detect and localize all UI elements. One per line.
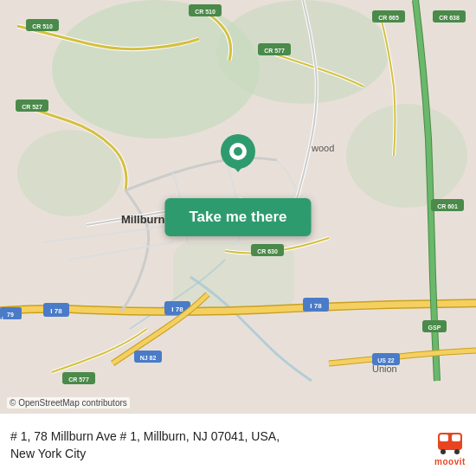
svg-point-50 <box>454 449 460 454</box>
info-bar: # 1, 78 Millburn Ave # 1, Millburn, NJ 0… <box>0 414 476 476</box>
svg-text:CR 510: CR 510 <box>32 23 53 29</box>
svg-text:CR 510: CR 510 <box>195 9 215 15</box>
svg-text:CR 577: CR 577 <box>264 48 285 54</box>
moovit-icon <box>434 426 466 457</box>
svg-text:Union: Union <box>372 363 397 374</box>
svg-point-44 <box>234 147 242 156</box>
svg-text:GSP: GSP <box>428 325 441 331</box>
svg-rect-47 <box>440 434 448 441</box>
info-text: # 1, 78 Millburn Ave # 1, Millburn, NJ 0… <box>10 428 426 462</box>
svg-text:CR 665: CR 665 <box>378 15 399 21</box>
svg-point-4 <box>346 104 467 208</box>
svg-text:CR 527: CR 527 <box>22 104 42 110</box>
svg-text:I 78: I 78 <box>50 307 62 315</box>
svg-text:US 22: US 22 <box>377 357 395 363</box>
svg-text:CR 638: CR 638 <box>439 15 460 21</box>
city-line: New York City <box>10 446 426 463</box>
svg-text:CR 577: CR 577 <box>68 376 89 383</box>
svg-text:79: 79 <box>7 312 14 318</box>
moovit-logo: moovit <box>434 426 466 466</box>
svg-text:I 78: I 78 <box>171 306 183 313</box>
address-line: # 1, 78 Millburn Ave # 1, Millburn, NJ 0… <box>10 428 426 446</box>
take-me-there-button[interactable]: Take me there <box>164 198 311 236</box>
osm-credit: © OpenStreetMap contributors <box>7 397 130 408</box>
moovit-text: moovit <box>434 457 466 466</box>
svg-point-2 <box>216 0 389 104</box>
svg-point-49 <box>441 449 446 454</box>
map-container: I 78 I 78 I 78 NJ 82 GSP US 22 CR <box>0 0 476 476</box>
svg-text:CR 630: CR 630 <box>257 248 278 254</box>
svg-rect-48 <box>452 434 460 441</box>
svg-text:Millburn: Millburn <box>121 213 165 226</box>
svg-text:I 78: I 78 <box>310 302 322 310</box>
svg-text:wood: wood <box>311 143 334 153</box>
svg-text:CR 601: CR 601 <box>437 203 458 209</box>
svg-text:NJ 82: NJ 82 <box>140 355 157 361</box>
map-pin <box>219 134 257 184</box>
